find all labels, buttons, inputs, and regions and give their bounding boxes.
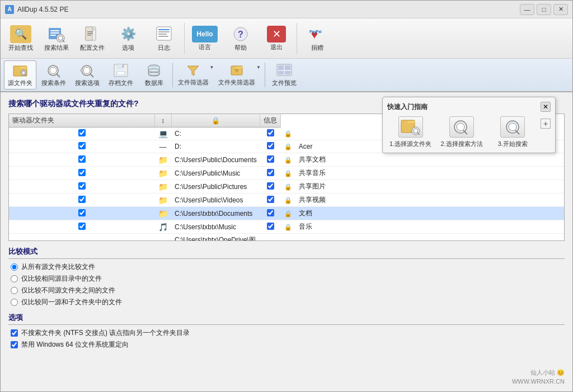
option-checkbox-item[interactable]: 禁用 Windows 64 位文件系统重定向 bbox=[11, 340, 565, 350]
source-folder-button[interactable]: 源文件夹 bbox=[4, 60, 36, 89]
row-check2-cell[interactable] bbox=[260, 193, 281, 207]
compare-radio[interactable] bbox=[11, 299, 18, 306]
row-path: C:\Users\Public\Music bbox=[171, 167, 260, 180]
row-checkbox-cell[interactable] bbox=[9, 220, 154, 234]
table-row[interactable]: 📁 C:\Users\Public\Videos 🔒 共享视频 bbox=[9, 193, 564, 207]
compare-radio[interactable] bbox=[11, 287, 18, 294]
col-lock-header[interactable]: 🔒 bbox=[171, 114, 260, 127]
minimize-button[interactable]: — bbox=[520, 4, 534, 15]
row-icon-cell: 📁 bbox=[154, 167, 171, 180]
row-check2-cell[interactable] bbox=[260, 127, 281, 140]
compare-radio-label: 仅比较同一源和子文件夹中的文件 bbox=[21, 297, 122, 307]
row-check2-cell[interactable] bbox=[260, 207, 281, 220]
exit-button[interactable]: ✕ 退出 bbox=[260, 21, 293, 56]
compare-radio-item[interactable]: 仅比较相同源目录中的文件 bbox=[11, 274, 565, 284]
row-checkbox-cell[interactable] bbox=[9, 153, 154, 167]
options-button[interactable]: ⚙️ 选项 bbox=[111, 21, 145, 56]
start-search-label: 开始查找 bbox=[8, 44, 33, 51]
row-checkbox-cell[interactable] bbox=[9, 207, 154, 220]
table-row[interactable]: 📁 C:\Users\Public\Documents 🔒 共享文档 bbox=[9, 153, 564, 167]
folder-filter-button[interactable]: 文件夹筛选器 ▼ bbox=[217, 60, 262, 89]
row-checkbox[interactable] bbox=[78, 182, 86, 190]
language-button[interactable]: Hello 语言 bbox=[188, 21, 222, 56]
log-button[interactable]: 日志 bbox=[147, 21, 181, 56]
table-row[interactable]: 📁 C:\Users\Public\Music 🔒 共享音乐 bbox=[9, 167, 564, 180]
row-check2[interactable] bbox=[267, 182, 274, 190]
option-checkbox[interactable] bbox=[11, 329, 18, 337]
compare-radio[interactable] bbox=[11, 263, 18, 271]
row-check2-cell[interactable] bbox=[260, 220, 281, 234]
search-results-button[interactable]: 搜索结果 bbox=[40, 21, 73, 56]
row-check2[interactable] bbox=[267, 196, 274, 203]
config-file-button[interactable]: 配置文件 bbox=[76, 21, 109, 56]
row-check2[interactable] bbox=[267, 240, 274, 241]
row-check2[interactable] bbox=[267, 129, 274, 136]
row-checkbox-cell[interactable] bbox=[9, 234, 154, 242]
guide-add-button[interactable]: + bbox=[541, 119, 551, 129]
row-check2-cell[interactable] bbox=[260, 140, 281, 153]
table-row[interactable]: 📁 C:\Users\txbtx\OneDrive\图片 🔒 库 图片 bbox=[9, 234, 564, 242]
search-criteria-label: 搜索条件 bbox=[41, 79, 66, 87]
table-row[interactable]: 📁 C:\Users\Public\Pictures 🔒 共享图片 bbox=[9, 180, 564, 193]
row-check2[interactable] bbox=[267, 155, 274, 163]
save-file-button[interactable]: 存档文件 bbox=[105, 60, 137, 89]
compare-radio-item[interactable]: 仅比较同一源和子文件夹中的文件 bbox=[11, 297, 565, 307]
donate-button[interactable]: ♥ PayPal 捐赠 bbox=[300, 21, 334, 56]
compare-radio-item[interactable]: 仅比较不同源文件夹之间的文件 bbox=[11, 286, 565, 295]
lock-icon: 🔒 bbox=[284, 197, 292, 204]
row-check2[interactable] bbox=[267, 223, 274, 230]
svg-rect-16 bbox=[158, 36, 168, 37]
option-checkbox-item[interactable]: 不搜索文件夹 (NTFS 交接点) 该点指向另一个文件夹目录 bbox=[11, 328, 565, 338]
quick-guide-close-button[interactable]: ✕ bbox=[541, 102, 551, 112]
col-sort-header[interactable]: ↕ bbox=[154, 114, 171, 127]
row-checkbox-cell[interactable] bbox=[9, 193, 154, 207]
row-checkbox[interactable] bbox=[78, 169, 86, 176]
row-check2[interactable] bbox=[267, 209, 274, 216]
window-controls: — □ ✕ bbox=[520, 4, 568, 15]
row-checkbox[interactable] bbox=[78, 223, 86, 230]
col-drive-header[interactable]: 驱动器/文件夹 bbox=[9, 114, 154, 127]
guide-step-2[interactable]: 2.选择搜索方法 bbox=[438, 116, 485, 148]
row-check2-cell[interactable] bbox=[260, 167, 281, 180]
row-checkbox[interactable] bbox=[78, 240, 86, 241]
col-info-header[interactable]: 信息 bbox=[260, 114, 281, 127]
table-row[interactable]: 🎵 C:\Users\txbtx\Music 🔒 音乐 bbox=[9, 220, 564, 234]
table-row[interactable]: 📁 C:\Users\txbtx\Documents 🔒 文档 bbox=[9, 207, 564, 220]
row-check2[interactable] bbox=[267, 142, 274, 149]
row-check2-cell[interactable] bbox=[260, 234, 281, 242]
help-button[interactable]: ? 帮助 bbox=[224, 21, 257, 56]
row-checkbox[interactable] bbox=[78, 196, 86, 203]
file-filter-button[interactable]: 文件筛选器 ▼ bbox=[176, 60, 216, 89]
maximize-button[interactable]: □ bbox=[537, 4, 551, 15]
row-check2-cell[interactable] bbox=[260, 180, 281, 193]
row-checkbox-cell[interactable] bbox=[9, 127, 154, 140]
guide-step-2-icon bbox=[449, 116, 474, 138]
guide-step-3[interactable]: 3.开始搜索 bbox=[490, 116, 536, 148]
row-check2[interactable] bbox=[267, 169, 274, 176]
svg-rect-31 bbox=[80, 69, 83, 72]
row-checkbox[interactable] bbox=[78, 129, 86, 136]
svg-rect-1 bbox=[50, 30, 59, 31]
row-checkbox-cell[interactable] bbox=[9, 180, 154, 193]
row-checkbox-cell[interactable] bbox=[9, 140, 154, 153]
row-checkbox-cell[interactable] bbox=[9, 167, 154, 180]
row-info: 库 图片 bbox=[295, 234, 564, 242]
compare-radio-item[interactable]: 从所有源文件夹比较文件 bbox=[11, 262, 565, 272]
search-criteria-button[interactable]: 搜索条件 bbox=[37, 60, 70, 89]
row-checkbox[interactable] bbox=[78, 142, 86, 149]
row-path: C:\Users\Public\Documents bbox=[171, 153, 260, 167]
start-search-button[interactable]: 🔍 开始查找 bbox=[4, 21, 37, 56]
search-options-button[interactable]: 搜索选项 bbox=[71, 60, 104, 89]
row-checkbox[interactable] bbox=[78, 209, 86, 216]
toolbar-main: 🔍 开始查找 搜索结果 bbox=[1, 18, 572, 59]
row-lock-cell: 🔒 bbox=[281, 207, 295, 220]
watermark-url: WWW.WRNXR.CN bbox=[512, 377, 565, 386]
option-checkbox[interactable] bbox=[11, 341, 18, 348]
compare-radio[interactable] bbox=[11, 275, 18, 282]
file-preview-button[interactable]: 文件预览 bbox=[268, 60, 300, 89]
guide-step-1[interactable]: 1.选择源文件夹 bbox=[387, 116, 434, 148]
database-button[interactable]: 数据库 bbox=[138, 60, 170, 89]
row-check2-cell[interactable] bbox=[260, 153, 281, 167]
row-checkbox[interactable] bbox=[78, 155, 86, 163]
close-button[interactable]: ✕ bbox=[553, 4, 568, 15]
